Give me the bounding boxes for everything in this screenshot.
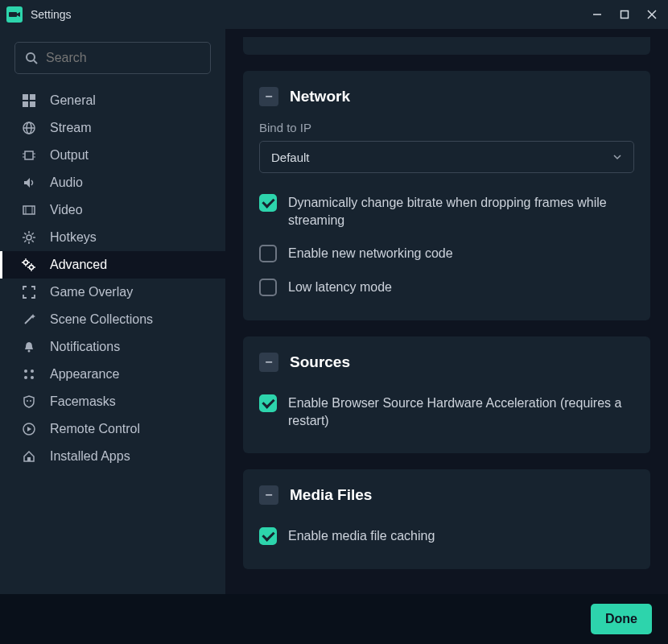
svg-rect-9 — [23, 101, 28, 107]
home-icon — [21, 450, 37, 463]
panel-title: Network — [290, 88, 350, 105]
svg-line-29 — [32, 233, 34, 234]
sidebar: General Stream Output Audio Video Hotkey… — [0, 29, 225, 594]
browser-hw-accel-label: Enable Browser Source Hardware Accelerat… — [288, 394, 634, 429]
svg-point-47 — [27, 400, 28, 402]
sidebar-item-label: Game Overlay — [50, 285, 133, 299]
new-networking-checkbox[interactable] — [259, 245, 277, 262]
svg-line-30 — [24, 241, 26, 242]
sidebar-item-label: Appearance — [50, 367, 119, 382]
sidebar-item-audio[interactable]: Audio — [0, 169, 225, 196]
dynamic-bitrate-checkbox[interactable] — [259, 194, 277, 212]
dynamic-bitrate-label: Dynamically change bitrate when dropping… — [288, 194, 634, 229]
sidebar-item-appearance[interactable]: Appearance — [0, 361, 225, 388]
sidebar-item-label: Hotkeys — [50, 230, 97, 245]
sidebar-item-installed-apps[interactable]: Installed Apps — [0, 443, 225, 470]
grid-icon — [21, 94, 37, 107]
wand-icon — [21, 313, 37, 326]
svg-rect-7 — [23, 94, 28, 100]
panel-sources: − Sources Enable Browser Source Hardware… — [243, 336, 650, 453]
sidebar-item-label: Stream — [50, 121, 92, 135]
sidebar-item-remote-control[interactable]: Remote Control — [0, 415, 225, 443]
search-icon — [25, 52, 38, 64]
panel-previous-clip — [243, 37, 650, 55]
sidebar-item-output[interactable]: Output — [0, 142, 225, 169]
sidebar-item-advanced[interactable]: Advanced — [0, 251, 225, 279]
svg-point-46 — [31, 376, 34, 379]
svg-line-6 — [34, 60, 37, 64]
speaker-icon — [21, 176, 37, 189]
svg-point-45 — [24, 376, 27, 379]
sidebar-item-label: Output — [50, 148, 89, 163]
panel-title: Sources — [290, 353, 350, 371]
svg-point-5 — [27, 53, 35, 61]
sidebar-item-video[interactable]: Video — [0, 196, 225, 224]
main-content: − Network Bind to IP Default Dynamically… — [225, 29, 668, 594]
close-button[interactable] — [647, 10, 657, 19]
svg-point-44 — [31, 369, 34, 373]
sidebar-item-label: General — [50, 93, 96, 108]
sidebar-item-scene-collections[interactable]: Scene Collections — [0, 306, 225, 333]
titlebar: Settings — [0, 0, 668, 29]
bind-ip-value: Default — [271, 151, 310, 164]
panel-title: Media Files — [290, 486, 372, 504]
svg-rect-10 — [30, 101, 35, 107]
svg-line-27 — [24, 233, 26, 234]
sidebar-item-label: Advanced — [50, 258, 107, 272]
play-circle-icon — [21, 423, 37, 436]
sidebar-item-game-overlay[interactable]: Game Overlay — [0, 279, 225, 306]
search-input-wrap[interactable] — [14, 42, 211, 74]
low-latency-label: Low latency mode — [288, 279, 392, 296]
bell-icon — [21, 341, 37, 353]
sidebar-item-facemasks[interactable]: Facemasks — [0, 388, 225, 415]
chevron-down-icon — [612, 152, 622, 162]
gear-icon — [21, 231, 37, 244]
sidebar-item-notifications[interactable]: Notifications — [0, 333, 225, 361]
minimize-button[interactable] — [592, 10, 602, 19]
sidebar-item-general[interactable]: General — [0, 87, 225, 114]
sidebar-item-label: Remote Control — [50, 422, 140, 436]
svg-rect-0 — [9, 12, 17, 17]
svg-rect-50 — [27, 457, 31, 461]
sidebar-item-label: Installed Apps — [50, 449, 130, 464]
sidebar-item-stream[interactable]: Stream — [0, 114, 225, 142]
sidebar-item-label: Facemasks — [50, 394, 116, 409]
svg-point-22 — [27, 235, 31, 240]
bind-ip-select[interactable]: Default — [259, 141, 634, 173]
sidebar-item-hotkeys[interactable]: Hotkeys — [0, 224, 225, 251]
chip-icon — [21, 149, 37, 162]
sidebar-item-label: Video — [50, 203, 83, 217]
browser-hw-accel-checkbox[interactable] — [259, 394, 277, 412]
panel-network: − Network Bind to IP Default Dynamically… — [243, 71, 650, 320]
app-icon — [6, 6, 23, 23]
media-caching-label: Enable media file caching — [288, 527, 435, 545]
globe-icon — [21, 122, 37, 134]
sidebar-nav: General Stream Output Audio Video Hotkey… — [0, 80, 225, 470]
collapse-button[interactable]: − — [259, 353, 278, 372]
done-button[interactable]: Done — [591, 604, 652, 634]
sidebar-item-label: Scene Collections — [50, 312, 153, 327]
svg-line-28 — [32, 241, 34, 242]
svg-point-32 — [30, 266, 34, 270]
svg-point-43 — [24, 369, 27, 373]
svg-point-42 — [28, 350, 31, 353]
shield-icon — [21, 395, 37, 408]
expand-icon — [21, 286, 37, 299]
svg-rect-2 — [621, 11, 629, 19]
maximize-button[interactable] — [620, 10, 629, 19]
low-latency-checkbox[interactable] — [259, 279, 277, 296]
window-title: Settings — [31, 8, 72, 21]
collapse-button[interactable]: − — [259, 87, 278, 106]
bind-ip-label: Bind to IP — [259, 121, 634, 134]
search-input[interactable] — [46, 51, 207, 65]
collapse-button[interactable]: − — [259, 485, 278, 505]
film-icon — [21, 204, 37, 217]
sidebar-item-label: Audio — [50, 175, 83, 190]
panel-media-files: − Media Files Enable media file caching — [243, 469, 650, 569]
svg-rect-19 — [23, 206, 35, 214]
svg-rect-14 — [25, 151, 33, 159]
media-caching-checkbox[interactable] — [259, 527, 277, 545]
svg-point-31 — [24, 261, 28, 265]
sliders-icon — [21, 368, 37, 381]
svg-point-48 — [30, 400, 31, 402]
